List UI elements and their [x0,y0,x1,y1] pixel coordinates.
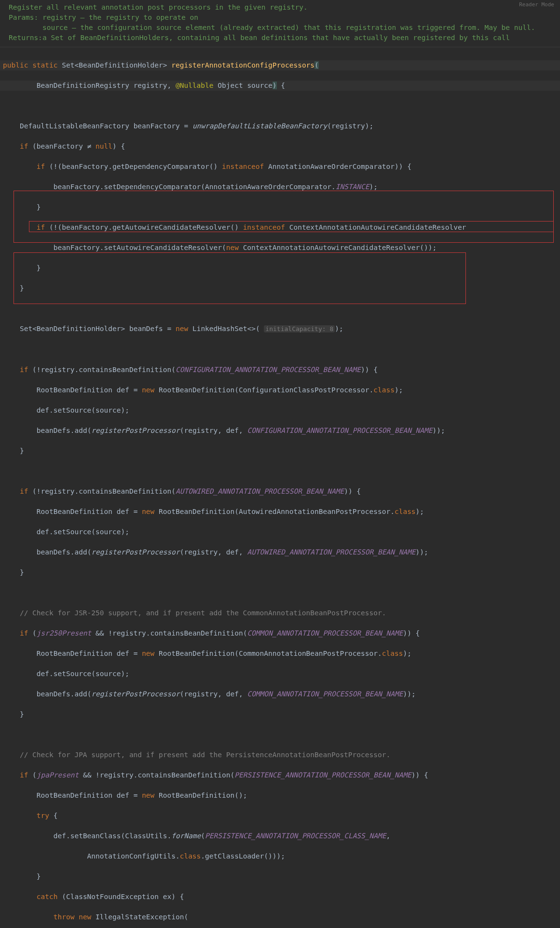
kw-if: if [37,223,45,231]
ref-src: source [96,528,121,536]
annotation-nullable: @Nullable [176,82,214,89]
type-caacr: ContextAnnotationAutowireCandidateResolv… [289,223,466,231]
type-object: Object [218,82,243,89]
ref-reg: registry [100,771,134,779]
call-ss: setSource [54,406,92,414]
ref-reg: registry [184,548,218,556]
reader-mode-label: Reader Mode [519,1,554,9]
hint-8: 8 [329,325,333,332]
type-rbd: RootBeanDefinition [37,650,112,657]
type-rbd2: RootBeanDefinition [159,650,234,657]
ref-bf: beanFactory [62,163,108,170]
field-instance: INSTANCE [336,183,369,191]
var-def: def [117,650,129,657]
ref-def: def [54,832,66,840]
kw-public: public [3,61,28,69]
type-rbd2: RootBeanDefinition [159,508,234,515]
type-rbd2: RootBeanDefinition [159,386,234,394]
highlight-box-1 [14,191,554,243]
kw-new: new [226,244,239,251]
const-auto: AUTOWIRED_ANNOTATION_PROCESSOR_BEAN_NAME [176,487,344,495]
kw-if: if [20,366,28,374]
type-set: Set [62,61,74,69]
call-rpp: registerPostProcessor [91,427,179,434]
type-aabpp: AutowiredAnnotationBeanPostProcessor [239,508,390,515]
call-add: add [74,690,87,698]
call-forname: forName [171,832,201,840]
doc-returns-label: Returns: [9,33,42,43]
kw-instanceof: instanceof [243,223,285,231]
kw-class: class [180,852,201,860]
kw-new: new [142,791,154,799]
kw-catch: catch [37,893,58,900]
ref-bd: beanDefs [37,548,70,556]
call-cbd: containsBeanDefinition [137,771,230,779]
kw-if: if [37,163,45,170]
ref-registry: registry [331,122,365,130]
ref-def: def [226,690,239,698]
call-sbc: setBeanClass [70,832,121,840]
doc-summary: Register all relevant annotation post pr… [9,2,551,13]
type-rbd: RootBeanDefinition [37,386,112,394]
call-sacr: setAutowireCandidateResolver [104,244,222,251]
call-ss: setSource [54,528,92,536]
type-ccpp: ConfigurationClassPostProcessor [239,386,369,394]
type-cnfe: ClassNotFoundException [66,893,159,900]
javadoc-block: Register all relevant annotation post pr… [0,0,560,47]
kw-if: if [20,142,28,150]
const-auto2: AUTOWIRED_ANNOTATION_PROCESSOR_BEAN_NAME [247,548,415,556]
ref-def: def [226,427,239,434]
hint-ic: initialCapacity: [265,325,326,332]
call-gdc: getDependencyComparator [112,163,209,170]
kw-class: class [373,386,395,394]
type-rbd: RootBeanDefinition [37,791,112,799]
const-conf2: CONFIGURATION_ANNOTATION_PROCESSOR_BEAN_… [247,427,432,434]
ref-bf: beanFactory [54,244,100,251]
const-pers: PERSISTENCE_ANNOTATION_PROCESSOR_BEAN_NA… [234,771,411,779]
type-cabpp: CommonAnnotationBeanPostProcessor [239,650,378,657]
type-dlbf: DefaultListableBeanFactory [20,122,129,130]
doc-returns-text: a Set of BeanDefinitionHolders, containi… [42,33,551,43]
kw-class: class [382,650,403,657]
call-cbd: containsBeanDefinition [79,487,171,495]
call-rpp: registerPostProcessor [91,690,179,698]
kw-class: class [395,508,416,515]
method-name: registerAnnotationConfigProcessors [171,61,314,69]
type-aaoc: AnnotationAwareOrderComparator [268,163,395,170]
call-rpp: registerPostProcessor [91,548,179,556]
var-jsr250: jsr250Present [37,629,92,637]
kw-new: new [142,508,154,515]
ref-reg: registry [41,487,75,495]
neq-op: ≠ [87,142,92,150]
kw-if: if [20,771,28,779]
doc-param-1: registry – the registry to operate on [42,13,551,23]
param-registry: registry [134,82,167,89]
kw-instanceof: instanceof [222,163,264,170]
ref-reg: registry [184,427,218,434]
ref-reg: registry [184,690,218,698]
const-conf: CONFIGURATION_ANNOTATION_PROCESSOR_BEAN_… [176,366,361,374]
const-common: COMMON_ANNOTATION_PROCESSOR_BEAN_NAME [247,629,403,637]
call-add: add [74,548,87,556]
var-def: def [117,791,129,799]
doc-params-label: Params: [9,13,42,23]
code-editor[interactable]: public static Set<BeanDefinitionHolder> … [0,47,560,928]
ref-reg: registry [41,366,75,374]
ref-src: source [96,406,121,414]
type-rbd: RootBeanDefinition [37,508,112,515]
var-beandefs: beanDefs [129,325,163,332]
type-bdh2: BeanDefinitionHolder [37,325,121,332]
type-rbd2: RootBeanDefinition [159,791,234,799]
const-perscn: PERSISTENCE_ANNOTATION_PROCESSOR_CLASS_N… [205,832,386,840]
ref-def: def [37,670,49,678]
type-ise: IllegalStateException [96,913,184,921]
ref-def: def [37,528,49,536]
ref-bf: beanFactory [62,223,108,231]
param-source: source [247,82,272,89]
type-bdh: BeanDefinitionHolder [79,61,163,69]
ref-bd: beanDefs [37,427,70,434]
ref-bf: beanFactory [54,183,100,191]
var-beanfactory: beanFactory [134,122,180,130]
comment-jsr250: // Check for JSR-250 support, and if pre… [20,609,386,617]
ref-def: def [37,406,49,414]
